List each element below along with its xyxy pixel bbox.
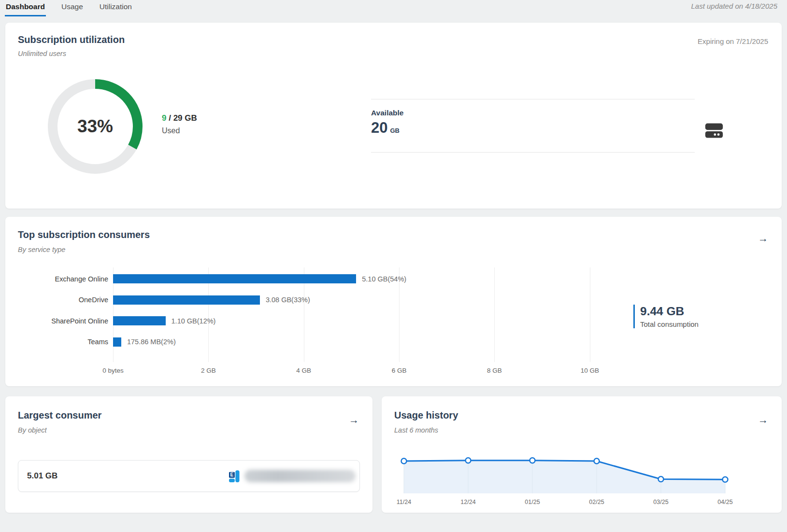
data-point-03/25 (658, 476, 664, 482)
card-subtitle: By service type (18, 246, 65, 253)
x-tick-label: 11/24 (397, 499, 411, 505)
bar (113, 274, 356, 283)
chart-x-axis: 0 bytes2 GB4 GB6 GB8 GB10 GB (113, 367, 618, 377)
bar-row-sharepoint-online: SharePoint Online1.10 GB(12%) (18, 310, 624, 332)
consumers-bar-chart: Exchange Online5.10 GB(54%)OneDrive3.08 … (18, 268, 624, 352)
card-title: Largest consumer (18, 410, 101, 421)
arrow-right-icon[interactable]: → (758, 415, 768, 425)
usage-history-line-chart: 11/2412/2401/2502/2503/2504/25 (394, 452, 769, 508)
used-caption: Used (162, 126, 197, 135)
card-title: Top subscription consumers (18, 229, 150, 240)
card-subtitle: Unlimited users (18, 50, 66, 57)
svg-text:E: E (230, 472, 234, 477)
x-tick-label: 2 GB (201, 367, 216, 374)
total-consumption-label: Total consumption (640, 320, 699, 328)
tab-bar: Dashboard Usage Utilization (5, 0, 133, 16)
data-point-01/25 (530, 458, 535, 463)
last-updated-text: Last updated on 4/18/2025 (691, 2, 778, 10)
available-unit: GB (390, 127, 400, 134)
available-value: 20GB (371, 119, 400, 137)
bar (113, 316, 166, 325)
data-point-11/24 (401, 459, 407, 464)
consumer-size: 5.01 GB (27, 471, 57, 481)
largest-consumer-card: Largest consumer By object → 5.01 GB E (5, 396, 372, 513)
largest-consumer-row[interactable]: 5.01 GB E (18, 460, 360, 492)
x-tick-label: 03/25 (653, 499, 668, 505)
arrow-right-icon[interactable]: → (758, 233, 768, 243)
card-title: Usage history (394, 410, 458, 421)
x-tick-label: 4 GB (296, 367, 311, 374)
top-consumers-card: Top subscription consumers By service ty… (5, 217, 782, 386)
bar (113, 295, 260, 305)
usage-history-card: Usage history Last 6 months → 11/2412/24… (382, 396, 782, 513)
bar-row-onedrive: OneDrive3.08 GB(33%) (18, 290, 624, 311)
bar-row-teams: Teams175.86 MB(2%) (18, 332, 624, 353)
tab-utilization[interactable]: Utilization (99, 0, 133, 16)
bar-value-label: 175.86 MB(2%) (127, 338, 176, 346)
x-tick-label: 04/25 (717, 499, 732, 505)
card-title: Subscription utilization (18, 34, 125, 45)
area-fill (404, 461, 725, 493)
divider (371, 99, 695, 99)
available-label: Available (371, 109, 404, 117)
subscription-utilization-card: Subscription utilization Unlimited users… (5, 23, 782, 209)
exchange-icon: E (229, 470, 240, 482)
bar-category-label: SharePoint Online (18, 317, 108, 325)
bar-category-label: Exchange Online (18, 275, 108, 283)
used-summary: 9 / 29 GB Used (162, 113, 197, 135)
x-tick-label: 6 GB (392, 367, 407, 374)
data-point-02/25 (594, 459, 600, 464)
available-section: Available 20GB (371, 99, 695, 153)
bar-category-label: OneDrive (18, 296, 108, 304)
x-tick-label: 12/24 (460, 499, 475, 505)
data-point-12/24 (466, 458, 471, 463)
bar-value-label: 5.10 GB(54%) (362, 275, 406, 283)
redacted-consumer-name (244, 470, 356, 482)
available-number: 20 (371, 119, 387, 136)
expiring-text: Expiring on 7/21/2025 (698, 37, 768, 45)
bar-value-label: 3.08 GB(33%) (266, 296, 310, 304)
chart-rows: Exchange Online5.10 GB(54%)OneDrive3.08 … (18, 268, 624, 352)
x-tick-label: 8 GB (487, 367, 502, 374)
x-tick-label: 0 bytes (102, 367, 124, 374)
card-subtitle: Last 6 months (394, 426, 438, 434)
total-consumption: 9.44 GB Total consumption (633, 305, 699, 328)
donut-percent-label: 33% (47, 78, 143, 175)
bar-category-label: Teams (18, 338, 108, 346)
x-tick-label: 02/25 (589, 499, 604, 505)
utilization-donut-chart: 33% (47, 78, 143, 175)
bar-row-exchange-online: Exchange Online5.10 GB(54%) (18, 268, 624, 290)
data-point-04/25 (723, 477, 728, 482)
bar-value-label: 1.10 GB(12%) (172, 317, 216, 325)
tab-dashboard[interactable]: Dashboard (5, 0, 46, 16)
tab-usage[interactable]: Usage (60, 0, 84, 16)
storage-drive-icon (704, 122, 724, 141)
x-tick-label: 10 GB (581, 367, 599, 374)
total-consumption-value: 9.44 GB (640, 305, 699, 318)
bar (113, 337, 121, 347)
arrow-right-icon[interactable]: → (349, 415, 359, 425)
used-of-total: / 29 GB (166, 113, 197, 123)
divider (371, 152, 695, 153)
card-subtitle: By object (18, 426, 47, 434)
x-tick-label: 01/25 (525, 499, 540, 505)
